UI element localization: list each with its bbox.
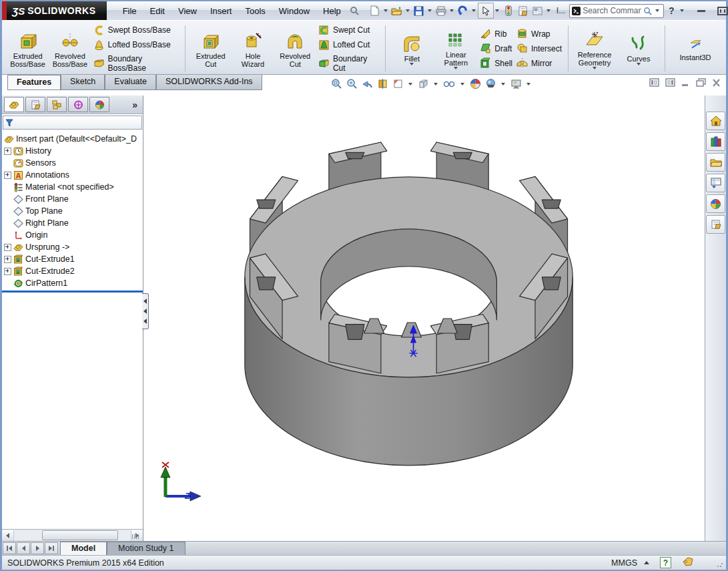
linear-pattern-button[interactable]: Linear Pattern: [434, 28, 478, 69]
menu-view[interactable]: View: [171, 3, 204, 19]
custom-properties-icon[interactable]: [706, 215, 725, 234]
file-properties-button[interactable]: [516, 3, 530, 18]
undo-dropdown-caret[interactable]: [472, 9, 476, 12]
configurationmanager-tab[interactable]: [47, 97, 67, 112]
reference-geometry-dropdown-caret[interactable]: [593, 67, 597, 69]
previous-view-icon[interactable]: [361, 77, 374, 90]
resize-grip[interactable]: [717, 561, 723, 568]
tree-filter-bar[interactable]: [3, 116, 142, 130]
collapse-right-pane-icon[interactable]: [665, 77, 675, 89]
open-dropdown-caret[interactable]: [406, 9, 410, 12]
doc-restore-icon[interactable]: [696, 77, 706, 89]
print-dropdown-caret[interactable]: [450, 9, 454, 12]
zoom-to-area-icon[interactable]: [346, 77, 358, 90]
tree-item-sensors[interactable]: Sensors: [2, 157, 143, 169]
tree-item-cut-extrude1[interactable]: Cut-Extrude1: [2, 253, 143, 265]
collapse-left-pane-icon[interactable]: [649, 77, 659, 89]
quick-tips-help-icon[interactable]: ?: [660, 557, 671, 568]
intersect-button[interactable]: Intersect: [516, 43, 562, 54]
menu-tools[interactable]: Tools: [238, 3, 272, 19]
rollback-bar[interactable]: [2, 291, 143, 293]
model-canvas[interactable]: [143, 96, 705, 541]
last-tab-button[interactable]: [45, 542, 58, 554]
doc-minimize-icon[interactable]: [681, 77, 690, 89]
expand-plus-icon[interactable]: [4, 244, 11, 251]
boundary-cut-button[interactable]: Boundary Cut: [318, 54, 379, 73]
edit-appearance-icon[interactable]: [469, 77, 482, 90]
quick-search-icon[interactable]: [348, 3, 362, 18]
undo-button[interactable]: [456, 3, 470, 18]
menu-window[interactable]: Window: [272, 3, 316, 19]
view-orientation-icon[interactable]: [392, 77, 404, 90]
expand-plus-icon[interactable]: [4, 172, 11, 179]
options-dropdown-caret[interactable]: [547, 9, 551, 12]
rib-button[interactable]: Rib: [480, 28, 512, 39]
instant3d-button[interactable]: Instant3D: [669, 36, 721, 61]
lofted-boss-base-button[interactable]: Lofted Boss/Base: [93, 39, 179, 51]
display-style-icon[interactable]: [417, 77, 430, 90]
design-library-icon[interactable]: [706, 132, 725, 151]
view-orientation-caret[interactable]: [408, 83, 412, 85]
swept-cut-button[interactable]: Swept Cut: [318, 25, 379, 36]
save-button[interactable]: [412, 3, 426, 18]
file-explorer-icon[interactable]: [706, 153, 725, 172]
tree-item-right-plane[interactable]: Right Plane: [2, 217, 143, 229]
revolved-boss-base-button[interactable]: Revolved Boss/Base: [49, 29, 91, 68]
menu-edit[interactable]: Edit: [143, 3, 171, 19]
home-tab-icon[interactable]: [706, 112, 725, 130]
swept-boss-base-button[interactable]: Swept Boss/Base: [93, 25, 179, 36]
apply-scene-caret[interactable]: [501, 83, 505, 85]
scroll-left-button[interactable]: [2, 530, 14, 541]
featuremanager-tab[interactable]: [4, 97, 24, 112]
tab-solidworks-add-ins[interactable]: SOLIDWORKS Add-Ins: [156, 75, 262, 90]
revolved-cut-button[interactable]: Revolved Cut: [274, 29, 316, 68]
tree-item-origin[interactable]: Origin: [2, 229, 143, 241]
extruded-boss-base-button[interactable]: Extruded Boss/Base: [7, 29, 49, 68]
restore-window-icon[interactable]: [715, 5, 728, 16]
tab-features[interactable]: Features: [7, 75, 61, 90]
extruded-cut-button[interactable]: Extruded Cut: [190, 29, 232, 68]
select-dropdown-caret[interactable]: [495, 9, 499, 12]
view-settings-caret[interactable]: [526, 83, 530, 85]
displaymanager-tab[interactable]: [89, 97, 109, 112]
tree-item-front-plane[interactable]: Front Plane: [2, 193, 143, 205]
select-tool-button[interactable]: [478, 3, 494, 19]
doc-close-icon[interactable]: [712, 77, 721, 89]
view-settings-icon[interactable]: [510, 77, 522, 90]
hole-wizard-button[interactable]: Hole Wizard: [232, 29, 274, 68]
tree-item-ursprung[interactable]: Ursprung ->: [2, 241, 143, 253]
view-palette-icon[interactable]: [706, 174, 725, 192]
open-button[interactable]: [390, 3, 404, 18]
units-dropdown[interactable]: MMGS: [611, 558, 649, 568]
display-style-caret[interactable]: [434, 83, 438, 85]
tab-evaluate[interactable]: Evaluate: [105, 75, 156, 90]
help-dropdown-caret[interactable]: [680, 9, 684, 12]
propertymanager-tab[interactable]: [25, 97, 45, 112]
fillet-dropdown-caret[interactable]: [410, 63, 414, 65]
menu-insert[interactable]: Insert: [204, 3, 239, 19]
lofted-cut-button[interactable]: Lofted Cut: [318, 39, 379, 51]
tab-sketch[interactable]: Sketch: [61, 75, 105, 90]
toolbar-overflow-label[interactable]: I...: [557, 6, 565, 15]
mirror-button[interactable]: Mirror: [516, 57, 562, 69]
search-commands-box[interactable]: Search Command: [569, 4, 664, 18]
reference-geometry-button[interactable]: Reference Geometry: [573, 28, 617, 69]
next-tab-button[interactable]: [31, 542, 44, 554]
zoom-to-fit-icon[interactable]: [330, 77, 343, 90]
section-view-icon[interactable]: [376, 77, 389, 90]
tree-item-cut-extrude2[interactable]: Cut-Extrude2: [2, 265, 143, 277]
menu-help[interactable]: Help: [316, 3, 348, 19]
minimize-window-icon[interactable]: [694, 5, 709, 16]
rebuild-button[interactable]: [501, 3, 516, 18]
castellated-ring-model[interactable]: [245, 142, 573, 465]
hide-show-items-icon[interactable]: [442, 78, 456, 89]
tree-filter-input[interactable]: [16, 118, 139, 128]
curves-dropdown-caret[interactable]: [637, 63, 641, 65]
search-magnifier-icon[interactable]: [643, 7, 652, 15]
print-button[interactable]: [434, 3, 448, 18]
save-dropdown-caret[interactable]: [428, 9, 432, 12]
graphics-viewport[interactable]: Z: [143, 96, 705, 541]
motion-study-tab[interactable]: Motion Study 1: [107, 542, 185, 555]
tree-item-material[interactable]: Material <not specified>: [2, 181, 143, 193]
linear-pattern-dropdown-caret[interactable]: [454, 67, 458, 69]
